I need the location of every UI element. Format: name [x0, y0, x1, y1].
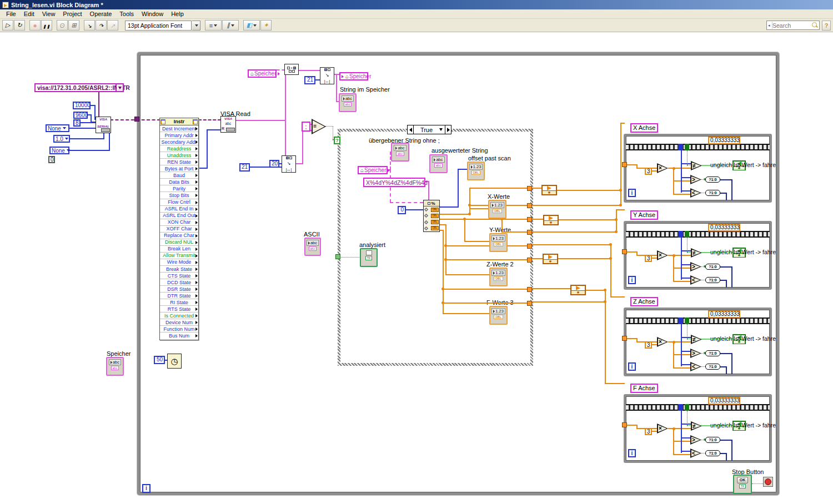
- align-objects-button[interactable]: [205, 20, 222, 31]
- semicolon-constant[interactable]: ;: [302, 122, 310, 132]
- search-input[interactable]: [772, 22, 812, 29]
- flowctrl-enum[interactable]: None: [49, 147, 69, 154]
- axis-while-loop[interactable]: 0,03333333 ✱ 3 × ≠ > < ?1:0 ?1:0 ungleic…: [624, 134, 772, 203]
- case-prev-icon[interactable]: [408, 125, 414, 134]
- menu-item[interactable]: Window: [138, 10, 167, 18]
- feedback-node-x[interactable]: ✱: [541, 185, 557, 195]
- feedback-node-y[interactable]: ✱: [543, 215, 559, 225]
- setpoint-constant[interactable]: 0,03333333: [708, 224, 740, 231]
- visa-resource-dropdown[interactable]: [117, 83, 124, 92]
- menu-item[interactable]: Help: [167, 10, 188, 18]
- bool-to-01-node[interactable]: ?1:0: [705, 190, 720, 196]
- visa-resource-constant[interactable]: visa://172.31.0.205/ASRL2::INSTR: [34, 83, 117, 92]
- parity-enum[interactable]: None: [46, 124, 69, 132]
- menu-item[interactable]: Project: [59, 10, 86, 18]
- property-item[interactable]: Break Len: [160, 246, 198, 253]
- wait-ms-constant[interactable]: 50: [154, 356, 165, 364]
- z-werte-indicator[interactable]: 1.23 DBL: [489, 268, 508, 286]
- property-item[interactable]: Function Num: [160, 326, 198, 332]
- property-item[interactable]: DCD State: [160, 279, 198, 286]
- zero-constant[interactable]: 0: [48, 156, 55, 163]
- property-item[interactable]: Parity: [160, 185, 198, 192]
- equal-node[interactable]: =: [312, 119, 326, 134]
- property-item[interactable]: Data Bits: [160, 179, 198, 185]
- setpoint-constant[interactable]: 0,03333333: [708, 397, 740, 405]
- reorder-button[interactable]: [243, 20, 260, 31]
- abort-button[interactable]: [29, 20, 41, 31]
- string-im-speicher-indicator[interactable]: abc abc: [339, 93, 357, 112]
- property-item[interactable]: Replace Char: [160, 233, 198, 239]
- subset-length-constant[interactable]: 21: [304, 76, 315, 84]
- setpoint-constant[interactable]: 0,03333333: [708, 137, 740, 144]
- less-node[interactable]: <: [690, 362, 701, 371]
- databits-constant[interactable]: 8: [73, 119, 81, 127]
- property-item[interactable]: DTR State: [160, 293, 198, 299]
- property-item[interactable]: Is Connected: [160, 313, 198, 319]
- property-item[interactable]: ASRL End In: [160, 206, 198, 213]
- property-item[interactable]: Primary Addr: [160, 132, 198, 139]
- bool-to-01-node[interactable]: ?1:0: [705, 364, 720, 370]
- greater-node[interactable]: >: [690, 435, 701, 445]
- speicher-local-case[interactable]: ⌂ Speicher: [358, 166, 388, 174]
- font-selector-dropdown[interactable]: [192, 21, 200, 31]
- visa-read-node[interactable]: VISA abc R: [220, 116, 236, 133]
- gain-constant[interactable]: 3: [645, 428, 652, 435]
- search-icon[interactable]: [812, 22, 818, 28]
- bool-to-01-node[interactable]: ?1:0: [705, 450, 720, 456]
- bool-to-01-node[interactable]: ?1:0: [705, 437, 720, 443]
- property-item[interactable]: RI State: [160, 299, 198, 306]
- property-item[interactable]: Dest Increment: [160, 125, 198, 132]
- not-equal-node[interactable]: ≠: [691, 248, 702, 258]
- less-node[interactable]: <: [690, 448, 701, 458]
- property-item[interactable]: REN State: [160, 159, 198, 165]
- property-item[interactable]: Wire Mode: [160, 259, 198, 266]
- multiply-node[interactable]: ×: [657, 424, 668, 434]
- string-subset-node[interactable]: ↘ |↔|: [320, 67, 334, 84]
- scan-from-string-node[interactable]: % DBL DBL DBL DBL: [423, 200, 440, 232]
- case-selector[interactable]: True: [407, 125, 451, 134]
- baud-constant[interactable]: 9600: [73, 112, 88, 119]
- property-item[interactable]: RTS State: [160, 306, 198, 313]
- ascii-string-constant[interactable]: abc abc: [304, 238, 321, 256]
- greater-node[interactable]: >: [690, 262, 701, 271]
- concatenate-strings-node[interactable]: +: [284, 64, 299, 75]
- property-item[interactable]: Secondary Addr: [160, 139, 198, 145]
- y-werte-indicator[interactable]: 1.23 DBL: [489, 233, 508, 252]
- bool-to-01-node[interactable]: ?1:0: [705, 350, 720, 356]
- cleanup-diagram-button[interactable]: [260, 20, 272, 31]
- subset2-start-constant[interactable]: 20: [269, 160, 279, 168]
- property-item[interactable]: Break State: [160, 266, 198, 273]
- gain-constant[interactable]: 3: [645, 255, 652, 262]
- menu-item[interactable]: Tools: [116, 10, 138, 18]
- run-continuous-button[interactable]: [14, 20, 25, 31]
- less-node[interactable]: <: [690, 275, 701, 285]
- search-history-icon[interactable]: [768, 22, 772, 29]
- step-over-button[interactable]: [96, 20, 107, 31]
- step-into-button[interactable]: [84, 20, 95, 31]
- property-item[interactable]: Allow Transmit: [160, 253, 198, 259]
- speicher-local-write[interactable]: ⌂ Speicher: [339, 72, 368, 80]
- gain-constant[interactable]: 3: [645, 168, 652, 175]
- chevron-down-icon[interactable]: [439, 128, 443, 131]
- axis-while-loop[interactable]: 0,03333333 ✱ 3 × ≠ > < ?1:0 ?1:0 ungleic…: [624, 394, 772, 463]
- axis-while-loop[interactable]: 0,03333333 ✱ 3 × ≠ > < ?1:0 ?1:0 ungleic…: [624, 221, 772, 290]
- wait-ms-node[interactable]: ◷: [167, 354, 182, 369]
- speicher-string-control[interactable]: abc abc: [106, 357, 124, 376]
- timeout-constant[interactable]: 10000: [73, 102, 91, 109]
- not-equal-node[interactable]: ≠: [691, 335, 702, 344]
- menu-item[interactable]: View: [38, 10, 59, 18]
- run-button[interactable]: [2, 20, 13, 31]
- gain-constant[interactable]: 3: [645, 341, 652, 349]
- multiply-node[interactable]: ×: [657, 163, 668, 173]
- f-werte-indicator[interactable]: 1.23 DBL: [489, 306, 508, 325]
- greater-node[interactable]: >: [690, 349, 701, 358]
- property-item[interactable]: Bytes at Port: [160, 165, 198, 172]
- property-item[interactable]: XOFF Char: [160, 226, 198, 233]
- property-item[interactable]: Device Num: [160, 319, 198, 326]
- ausgewertet-string-indicator[interactable]: abc abc: [429, 154, 448, 173]
- format-string-constant[interactable]: X%4dY%4dZ%4dF%4d: [363, 178, 425, 187]
- offset-indicator[interactable]: 1.23 DBL: [467, 162, 485, 180]
- feedback-node-z[interactable]: ✱: [543, 254, 558, 264]
- menu-item[interactable]: File: [2, 10, 20, 18]
- bool-to-01-node[interactable]: ?1:0: [705, 177, 720, 183]
